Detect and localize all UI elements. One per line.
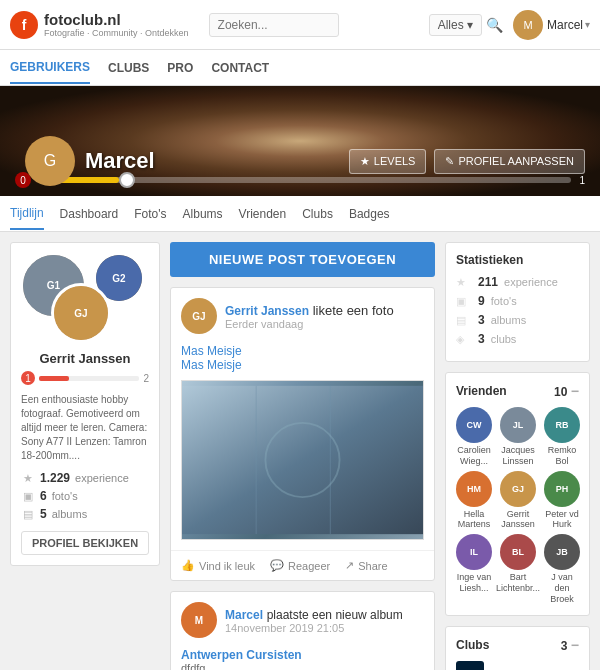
main-nav: GEBRUIKERS CLUBS PRO CONTACT (0, 50, 600, 86)
profile-sub-nav: Tijdlijn Dashboard Foto's Albums Vriende… (0, 196, 600, 232)
friends-title: Vrienden 10 − (456, 383, 579, 399)
tab-dashboard[interactable]: Dashboard (60, 199, 119, 229)
like-icon: 👍 (181, 559, 195, 572)
stat-right-label-fotos: foto's (491, 295, 517, 307)
friend-avatar-6[interactable]: PH (544, 471, 580, 507)
friend-6: PH Peter vd Hurk (544, 471, 580, 531)
post-user-2[interactable]: Marcel (225, 608, 263, 622)
post-action-text-1: likete een foto (313, 303, 394, 318)
post-action-text-2: plaatste een nieuw album (267, 608, 403, 622)
post-date-2: 14november 2019 21:05 (225, 622, 403, 634)
new-post-button[interactable]: NIEUWE POST TOEVOEGEN (170, 242, 435, 277)
nav-item-contact[interactable]: CONTACT (211, 53, 269, 83)
header: f fotoclub.nl Fotografie · Community · O… (0, 0, 600, 50)
stat-num-fotos: 6 (40, 489, 47, 503)
bio-text: Een enthousiaste hobby fotograaf. Gemoti… (21, 393, 149, 463)
edit-profile-button[interactable]: ✎ PROFIEL AANPASSEN (434, 149, 585, 174)
post-time-1: Eerder vandaag (225, 318, 394, 330)
profile-card: G1 G2 GJ Gerrit Janssen 1 2 Een enthousi… (10, 242, 160, 566)
levels-button[interactable]: ★ LEVELS (349, 149, 427, 174)
star-icon-r: ★ (456, 276, 472, 289)
profile-banner: G Marcel ★ LEVELS ✎ PROFIEL AANPASSEN 0 … (0, 86, 600, 196)
clubs-collapse-button[interactable]: − (571, 637, 579, 653)
filter-dropdown[interactable]: Alles ▾ (429, 14, 482, 36)
post-card-2: M Marcel plaatste een nieuw album 14nove… (170, 591, 435, 670)
post-body-1: Mas Meisje Mas Meisje (171, 344, 434, 550)
friend-avatar-7[interactable]: IL (456, 534, 492, 570)
friend-8: BL Bart Lichtenbr... (496, 534, 540, 604)
friends-collapse-button[interactable]: − (571, 383, 579, 399)
search-button[interactable]: 🔍 (486, 17, 503, 33)
friend-avatar-4[interactable]: HM (456, 471, 492, 507)
share-button-1[interactable]: ↗ Share (345, 559, 387, 572)
user-dropdown-icon[interactable]: ▾ (585, 19, 590, 30)
level-bar: 1 2 (21, 371, 149, 385)
stat-albums: ▤ 5 albums (21, 507, 149, 521)
tab-albums[interactable]: Albums (183, 199, 223, 229)
post-link-sub-1[interactable]: Mas Meisje (181, 358, 424, 372)
stat-experience: ★ 1.229 experience (21, 471, 149, 485)
view-profile-button[interactable]: PROFIEL BEKIJKEN (21, 531, 149, 555)
stat-label-albums: albums (52, 508, 87, 520)
post-avatar-1: GJ (181, 298, 217, 334)
logo: f fotoclub.nl Fotografie · Community · O… (10, 11, 189, 39)
friend-avatar-3[interactable]: RB (544, 407, 580, 443)
star-icon: ★ (21, 472, 35, 485)
stat-right-albums: ▤ 3 albums (456, 313, 579, 327)
avatar-initials: M (523, 19, 532, 31)
comment-button-1[interactable]: 💬 Reageer (270, 559, 330, 572)
stat-num-experience: 1.229 (40, 471, 70, 485)
friend-name-1: Carolien Wieg... (456, 445, 492, 467)
banner-content: G Marcel ★ LEVELS ✎ PROFIEL AANPASSEN (0, 126, 600, 196)
nav-item-gebruikers[interactable]: GEBRUIKERS (10, 52, 90, 84)
post-body-2: Antwerpen Cursisten dfdfg (171, 648, 434, 670)
tab-clubs[interactable]: Clubs (302, 199, 333, 229)
club-logo-photoshop[interactable]: Ps (456, 661, 484, 670)
clubs-icon-r: ◈ (456, 333, 472, 346)
friend-4: HM Hella Martens (456, 471, 492, 531)
post-footer-1: 👍 Vind ik leuk 💬 Reageer ↗ Share (171, 550, 434, 580)
post-album-title[interactable]: Antwerpen Cursisten (181, 648, 424, 662)
nav-item-clubs[interactable]: CLUBS (108, 53, 149, 83)
profile-name: Gerrit Janssen (21, 351, 149, 366)
statistics-card: Statistieken ★ 211 experience ▣ 9 foto's… (445, 242, 590, 362)
stat-fotos: ▣ 6 foto's (21, 489, 149, 503)
friend-avatar-5[interactable]: GJ (500, 471, 536, 507)
friend-name-4: Hella Martens (456, 509, 492, 531)
friend-3: RB Remko Bol (544, 407, 580, 467)
album-icon: ▤ (21, 508, 35, 521)
main-content: G1 G2 GJ Gerrit Janssen 1 2 Een enthousi… (0, 232, 600, 670)
friends-count: 10 − (554, 383, 579, 399)
tab-badges[interactable]: Badges (349, 199, 390, 229)
statistics-title: Statistieken (456, 253, 579, 267)
stat-right-num-albums: 3 (478, 313, 485, 327)
stat-num-albums: 5 (40, 507, 47, 521)
feed-column: NIEUWE POST TOEVOEGEN GJ Gerrit Janssen … (170, 242, 435, 670)
stat-right-num-clubs: 3 (478, 332, 485, 346)
tab-vrienden[interactable]: Vrienden (239, 199, 287, 229)
friend-avatar-8[interactable]: BL (500, 534, 536, 570)
club-item-photoshop: Ps Photoshop (456, 661, 579, 670)
post-avatar-2: M (181, 602, 217, 638)
logo-sub: Fotografie · Community · Ontdekken (44, 28, 189, 39)
friends-card: Vrienden 10 − CW Carolien Wieg... JL Jac… (445, 372, 590, 616)
friend-avatar-2[interactable]: JL (500, 407, 536, 443)
photo-icon: ▣ (21, 490, 35, 503)
banner-actions: ★ LEVELS ✎ PROFIEL AANPASSEN (349, 149, 585, 174)
friend-name-6: Peter vd Hurk (544, 509, 580, 531)
search-input[interactable] (209, 13, 339, 37)
nav-item-pro[interactable]: PRO (167, 53, 193, 83)
tab-fotos[interactable]: Foto's (134, 199, 166, 229)
friend-name-2: Jacques Linssen (496, 445, 540, 467)
friend-avatar-9[interactable]: JB (544, 534, 580, 570)
friend-avatar-1[interactable]: CW (456, 407, 492, 443)
album-icon-r: ▤ (456, 314, 472, 327)
like-button-1[interactable]: 👍 Vind ik leuk (181, 559, 255, 572)
stat-right-label-exp: experience (504, 276, 558, 288)
user-name-header: Marcel (547, 18, 583, 32)
photo-icon-r: ▣ (456, 295, 472, 308)
right-column: Statistieken ★ 211 experience ▣ 9 foto's… (445, 242, 590, 670)
post-link-1[interactable]: Mas Meisje (181, 344, 424, 358)
post-user-1[interactable]: Gerrit Janssen (225, 304, 309, 318)
tab-tijdlijn[interactable]: Tijdlijn (10, 198, 44, 230)
